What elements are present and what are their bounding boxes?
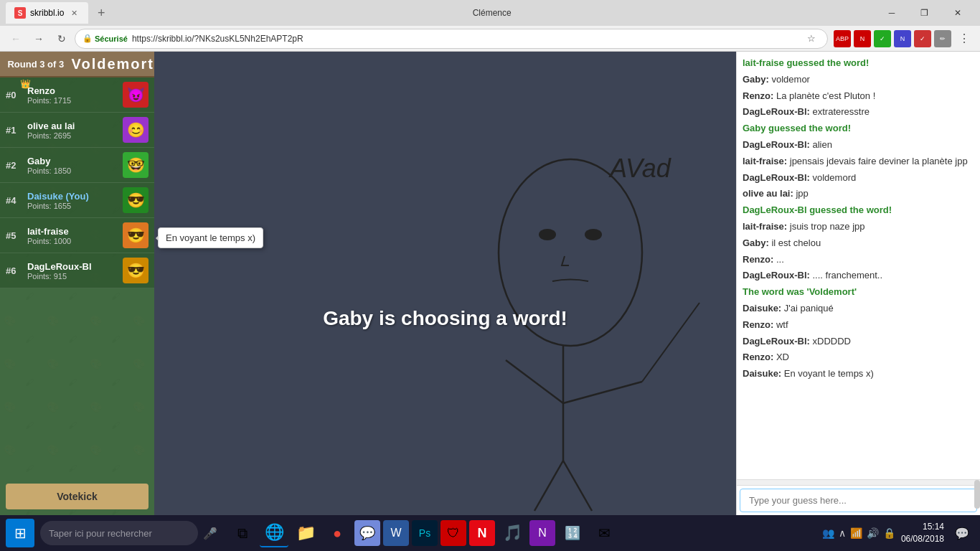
bookmark-icon[interactable]: ☆ [803,30,820,47]
chat-message: olive au lai: jpp [743,187,974,202]
scrollbar-thumb[interactable] [974,480,980,509]
player-info-daisuke: Daisuke (You) Points: 1655 [23,191,123,210]
game-area: 🎨 🖌 Round 3 of 3 Voldemort 👑 #0 Renzo Po… [0,52,980,515]
new-tab-button[interactable]: + [91,3,111,23]
player-avatar-laitfraise: 😎 [123,222,149,248]
chat-text: xDDDDD [813,336,851,347]
url-bar[interactable]: 🔒 Sécurisé https://skribbl.io/?NKs2usKL5… [75,29,828,49]
ext-adblocker[interactable]: ABP [834,30,851,47]
chat-sender: DagLeRoux-Bl: [743,172,813,183]
player-item-olive[interactable]: #1 olive au lai Points: 2695 😊 [0,113,154,148]
player-points-daisuke: Points: 1655 [27,202,118,210]
ext-pen[interactable]: ✏ [934,30,951,47]
svg-line-12 [563,461,592,511]
player-name-laitfraise: lait-fraise [27,226,118,237]
chat-sender: DagLeRoux-Bl: [743,336,813,347]
taskbar-app-word[interactable]: W [383,520,409,546]
chat-sender: Gaby: [743,74,771,85]
taskbar-app-shield[interactable]: 🛡 [440,520,466,546]
chat-message: DagLeRoux-Bl: .... franchement.. [743,268,974,283]
clock-date: 06/08/2018 [901,533,944,545]
chat-message: lait-fraise: jpensais jdevais faire devi… [743,154,974,169]
chat-message: DagLeRoux-Bl: alien [743,138,974,153]
svg-line-10 [642,303,699,382]
ext-blue[interactable]: N [894,30,911,47]
votekick-button[interactable]: Votekick [6,484,149,509]
ext-green[interactable]: ✓ [874,30,891,47]
chat-message: Gaby: il est chelou [743,236,974,251]
player-item-laitfraise[interactable]: #5 lait-fraise Points: 1000 😎 [0,218,154,253]
player-name-gaby: Gaby [27,156,118,166]
svg-point-4 [539,229,556,240]
taskbar-app-chromium[interactable]: ● [323,519,352,547]
clock-time: 15:14 [901,521,944,533]
browser-menu-button[interactable]: ⋮ [954,29,974,49]
taskbar-right: 👥 ∧ 📶 🔊 🔒 15:14 06/08/2018 💬 [822,521,974,545]
taskbar-app-onenote[interactable]: N [529,520,555,546]
chat-text: .... franchement.. [813,270,883,281]
notification-button[interactable]: 💬 [950,521,974,545]
game-header: Round 3 of 3 Voldemort [0,52,154,77]
minimize-button[interactable]: ─ [875,0,908,26]
ext-another[interactable]: N [854,30,871,47]
chat-message: Renzo: wtf [743,318,974,333]
tab-close-button[interactable]: ✕ [68,7,80,19]
browser-chrome: S skribbl.io ✕ + Clémence ─ ❐ ✕ ← → ↻ 🔒 … [0,0,980,52]
player-avatar-gaby: 🤓 [123,152,149,178]
taskbar-app-photoshop[interactable]: Ps [412,520,438,546]
player-rank: #6 [6,265,23,276]
player-info-gaby: Gaby Points: 1850 [23,156,123,175]
taskbar-app-discord[interactable]: 💬 [354,520,380,546]
chat-sender: lait-fraise: [743,221,790,232]
round-label: Round 3 of 3 [0,59,72,70]
forward-button[interactable]: → [29,29,49,49]
taskbar-app-netflix[interactable]: N [469,520,495,546]
chat-text: voldemor [771,74,809,85]
refresh-button[interactable]: ↻ [52,29,72,49]
chat-input[interactable] [740,489,977,512]
player-info-renzo: Renzo Points: 1715 [23,85,123,105]
chat-sender: olive au lai: [743,188,796,199]
tray-chevron-icon[interactable]: ∧ [839,527,846,539]
url-icons: ☆ [803,30,820,47]
taskbar-clock[interactable]: 15:14 06/08/2018 [901,521,944,545]
player-item-daisuke[interactable]: #4 Daisuke (You) Points: 1655 😎 [0,183,154,218]
player-item-renzo[interactable]: 👑 #0 Renzo Points: 1715 😈 [0,77,154,113]
browser-extensions: ABP N ✓ N ✓ ✏ [834,30,951,47]
taskbar-app-task-view[interactable]: ⧉ [228,519,257,547]
taskbar-app-chrome[interactable]: 🌐 [260,519,288,547]
player-info-olive: olive au lai Points: 2695 [23,121,123,140]
player-points-renzo: Points: 1715 [27,96,118,105]
svg-line-9 [563,382,642,403]
taskbar-app-mail[interactable]: ✉ [590,519,618,547]
start-button[interactable]: ⊞ [6,519,34,547]
tray-network-icon[interactable]: 📶 [850,527,862,539]
player-rank: #0 [6,90,23,100]
taskbar-search[interactable] [40,521,198,545]
tray-shield-icon[interactable]: 🔒 [883,527,895,539]
browser-tab-skribbl[interactable]: S skribbl.io ✕ [6,2,88,24]
chat-sender: DagLeRoux-Bl: [743,270,813,281]
voice-search-icon[interactable]: 🎤 [198,521,222,545]
tab-title: skribbl.io [30,8,64,18]
back-button[interactable]: ← [6,29,26,49]
maximize-button[interactable]: ❐ [908,0,941,26]
player-info-daglerouxbl: DagLeRoux-Bl Points: 915 [23,261,123,281]
player-name-daisuke: Daisuke (You) [27,191,118,202]
player-item-daglerouxbl[interactable]: #6 DagLeRoux-Bl Points: 915 😎 [0,253,154,288]
player-points-gaby: Points: 1850 [27,166,118,175]
player-item-gaby[interactable]: #2 Gaby Points: 1850 🤓 [0,148,154,183]
taskbar-apps: ⧉ 🌐 📁 ● 💬 W Ps 🛡 N 🎵 N 🔢 ✉ [228,519,618,547]
taskbar-app-explorer[interactable]: 📁 [291,519,320,547]
lock-icon: 🔒 [83,34,93,43]
player-name-daglerouxbl: DagLeRoux-Bl [27,261,118,272]
ext-red2[interactable]: ✓ [914,30,931,47]
tray-volume-icon[interactable]: 🔊 [867,527,879,539]
player-avatar-daisuke: 😎 [123,187,149,213]
chat-sender: lait-fraise: [743,156,790,166]
chat-sender: DagLeRoux-Bl: [743,106,813,117]
close-button[interactable]: ✕ [941,0,974,26]
taskbar-app-calc[interactable]: 🔢 [558,519,587,547]
taskbar-app-spotify[interactable]: 🎵 [498,519,527,547]
tray-people-icon[interactable]: 👥 [822,527,834,539]
